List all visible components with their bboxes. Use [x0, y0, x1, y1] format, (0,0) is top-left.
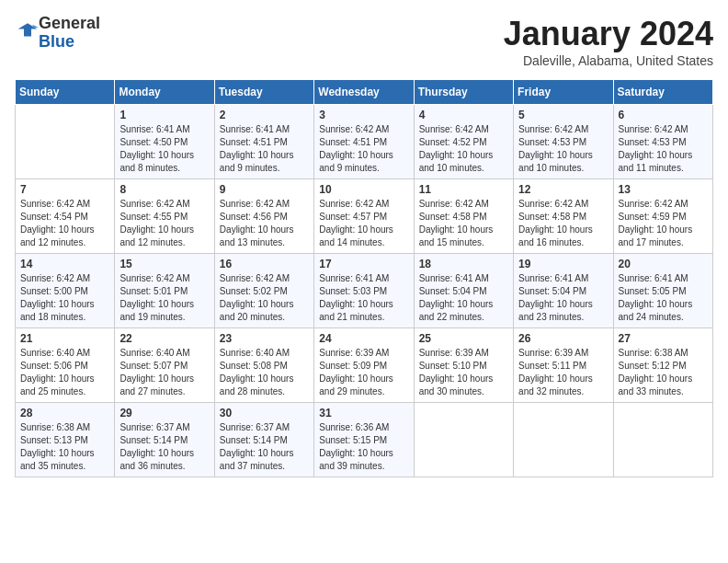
day-number: 23: [220, 332, 309, 345]
day-number: 21: [20, 332, 109, 345]
calendar-cell: 21Sunrise: 6:40 AM Sunset: 5:06 PM Dayli…: [16, 328, 115, 403]
calendar-header-row: SundayMondayTuesdayWednesdayThursdayFrid…: [16, 80, 713, 105]
logo-general-text: General: [39, 14, 100, 32]
day-info: Sunrise: 6:37 AM Sunset: 5:14 PM Dayligh…: [119, 421, 209, 473]
day-number: 30: [220, 407, 309, 419]
day-number: 13: [619, 183, 708, 196]
logo: General Blue: [15, 15, 100, 52]
day-info: Sunrise: 6:42 AM Sunset: 4:59 PM Dayligh…: [619, 198, 708, 249]
day-number: 6: [619, 109, 708, 121]
day-number: 18: [419, 258, 508, 270]
calendar-cell: 30Sunrise: 6:37 AM Sunset: 5:14 PM Dayli…: [214, 403, 313, 477]
calendar-cell: [16, 105, 115, 179]
calendar-cell: 5Sunrise: 6:42 AM Sunset: 4:53 PM Daylig…: [514, 105, 613, 179]
day-info: Sunrise: 6:37 AM Sunset: 5:14 PM Dayligh…: [220, 421, 309, 473]
day-number: 31: [319, 407, 408, 419]
calendar-cell: 15Sunrise: 6:42 AM Sunset: 5:01 PM Dayli…: [115, 254, 214, 328]
logo-bird-icon: [17, 20, 39, 42]
calendar-cell: 9Sunrise: 6:42 AM Sunset: 4:56 PM Daylig…: [214, 179, 313, 254]
day-info: Sunrise: 6:41 AM Sunset: 5:04 PM Dayligh…: [518, 272, 608, 324]
weekday-header: Thursday: [414, 80, 513, 105]
calendar-cell: 19Sunrise: 6:41 AM Sunset: 5:04 PM Dayli…: [514, 254, 613, 328]
day-info: Sunrise: 6:39 AM Sunset: 5:11 PM Dayligh…: [518, 347, 608, 398]
day-number: 29: [119, 407, 209, 419]
day-number: 22: [119, 332, 209, 345]
day-number: 2: [220, 109, 309, 121]
calendar-cell: 28Sunrise: 6:38 AM Sunset: 5:13 PM Dayli…: [16, 403, 115, 477]
day-number: 24: [319, 332, 408, 345]
calendar-week-row: 7Sunrise: 6:42 AM Sunset: 4:54 PM Daylig…: [16, 179, 713, 254]
calendar-cell: 14Sunrise: 6:42 AM Sunset: 5:00 PM Dayli…: [16, 254, 115, 328]
day-info: Sunrise: 6:41 AM Sunset: 5:03 PM Dayligh…: [319, 272, 408, 324]
calendar-cell: 8Sunrise: 6:42 AM Sunset: 4:55 PM Daylig…: [115, 179, 214, 254]
page-header: General Blue January 2024 Daleville, Ala…: [15, 15, 713, 68]
calendar-cell: [613, 403, 712, 477]
day-info: Sunrise: 6:40 AM Sunset: 5:08 PM Dayligh…: [220, 347, 309, 398]
day-info: Sunrise: 6:42 AM Sunset: 4:55 PM Dayligh…: [119, 198, 209, 249]
day-number: 11: [419, 183, 508, 196]
day-info: Sunrise: 6:42 AM Sunset: 4:57 PM Dayligh…: [319, 198, 408, 249]
day-number: 28: [20, 407, 109, 419]
calendar-week-row: 1Sunrise: 6:41 AM Sunset: 4:50 PM Daylig…: [16, 105, 713, 179]
calendar-cell: 18Sunrise: 6:41 AM Sunset: 5:04 PM Dayli…: [414, 254, 513, 328]
day-info: Sunrise: 6:38 AM Sunset: 5:12 PM Dayligh…: [619, 347, 708, 398]
day-info: Sunrise: 6:42 AM Sunset: 4:53 PM Dayligh…: [619, 123, 708, 175]
day-info: Sunrise: 6:42 AM Sunset: 4:58 PM Dayligh…: [518, 198, 608, 249]
day-info: Sunrise: 6:42 AM Sunset: 4:53 PM Dayligh…: [518, 123, 608, 175]
calendar-week-row: 14Sunrise: 6:42 AM Sunset: 5:00 PM Dayli…: [16, 254, 713, 328]
day-info: Sunrise: 6:39 AM Sunset: 5:10 PM Dayligh…: [419, 347, 508, 398]
day-info: Sunrise: 6:42 AM Sunset: 4:52 PM Dayligh…: [419, 123, 508, 175]
day-info: Sunrise: 6:42 AM Sunset: 5:00 PM Dayligh…: [20, 272, 109, 324]
day-number: 10: [319, 183, 408, 196]
day-info: Sunrise: 6:41 AM Sunset: 4:50 PM Dayligh…: [119, 123, 209, 175]
day-info: Sunrise: 6:42 AM Sunset: 4:58 PM Dayligh…: [419, 198, 508, 249]
day-number: 1: [119, 109, 209, 121]
day-number: 9: [220, 183, 309, 196]
day-info: Sunrise: 6:42 AM Sunset: 4:51 PM Dayligh…: [319, 123, 408, 175]
day-number: 4: [419, 109, 508, 121]
svg-marker-0: [18, 23, 38, 36]
day-number: 17: [319, 258, 408, 270]
day-info: Sunrise: 6:42 AM Sunset: 5:02 PM Dayligh…: [220, 272, 309, 324]
day-number: 20: [619, 258, 708, 270]
calendar-cell: 26Sunrise: 6:39 AM Sunset: 5:11 PM Dayli…: [514, 328, 613, 403]
day-number: 5: [518, 109, 608, 121]
day-info: Sunrise: 6:40 AM Sunset: 5:07 PM Dayligh…: [119, 347, 209, 398]
weekday-header: Sunday: [16, 80, 115, 105]
calendar-cell: 23Sunrise: 6:40 AM Sunset: 5:08 PM Dayli…: [214, 328, 313, 403]
day-info: Sunrise: 6:36 AM Sunset: 5:15 PM Dayligh…: [319, 421, 408, 473]
weekday-header: Wednesday: [314, 80, 414, 105]
logo-blue-text: Blue: [39, 32, 74, 51]
weekday-header: Monday: [115, 80, 214, 105]
day-info: Sunrise: 6:38 AM Sunset: 5:13 PM Dayligh…: [20, 421, 109, 473]
day-number: 19: [518, 258, 608, 270]
weekday-header: Saturday: [613, 80, 712, 105]
calendar-cell: 7Sunrise: 6:42 AM Sunset: 4:54 PM Daylig…: [16, 179, 115, 254]
day-info: Sunrise: 6:41 AM Sunset: 5:05 PM Dayligh…: [619, 272, 708, 324]
calendar-week-row: 21Sunrise: 6:40 AM Sunset: 5:06 PM Dayli…: [16, 328, 713, 403]
day-info: Sunrise: 6:41 AM Sunset: 4:51 PM Dayligh…: [220, 123, 309, 175]
day-number: 14: [20, 258, 109, 270]
day-number: 12: [518, 183, 608, 196]
day-info: Sunrise: 6:41 AM Sunset: 5:04 PM Dayligh…: [419, 272, 508, 324]
day-number: 16: [220, 258, 309, 270]
calendar-cell: 20Sunrise: 6:41 AM Sunset: 5:05 PM Dayli…: [613, 254, 712, 328]
calendar-table: SundayMondayTuesdayWednesdayThursdayFrid…: [15, 79, 713, 477]
calendar-cell: 29Sunrise: 6:37 AM Sunset: 5:14 PM Dayli…: [115, 403, 214, 477]
calendar-cell: [414, 403, 513, 477]
day-info: Sunrise: 6:39 AM Sunset: 5:09 PM Dayligh…: [319, 347, 408, 398]
calendar-cell: 11Sunrise: 6:42 AM Sunset: 4:58 PM Dayli…: [414, 179, 513, 254]
calendar-cell: 17Sunrise: 6:41 AM Sunset: 5:03 PM Dayli…: [314, 254, 414, 328]
weekday-header: Tuesday: [214, 80, 313, 105]
calendar-cell: 27Sunrise: 6:38 AM Sunset: 5:12 PM Dayli…: [613, 328, 712, 403]
day-number: 7: [20, 183, 109, 196]
calendar-week-row: 28Sunrise: 6:38 AM Sunset: 5:13 PM Dayli…: [16, 403, 713, 477]
day-number: 27: [619, 332, 708, 345]
calendar-cell: 13Sunrise: 6:42 AM Sunset: 4:59 PM Dayli…: [613, 179, 712, 254]
calendar-cell: 2Sunrise: 6:41 AM Sunset: 4:51 PM Daylig…: [214, 105, 313, 179]
day-number: 3: [319, 109, 408, 121]
day-info: Sunrise: 6:40 AM Sunset: 5:06 PM Dayligh…: [20, 347, 109, 398]
calendar-cell: 4Sunrise: 6:42 AM Sunset: 4:52 PM Daylig…: [414, 105, 513, 179]
calendar-cell: [514, 403, 613, 477]
calendar-cell: 10Sunrise: 6:42 AM Sunset: 4:57 PM Dayli…: [314, 179, 414, 254]
